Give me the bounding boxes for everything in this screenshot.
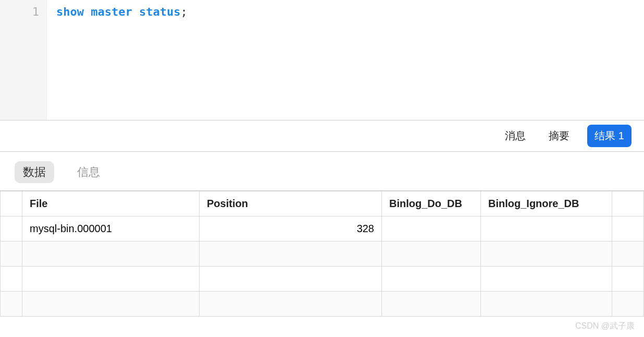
- cell-position[interactable]: 328: [200, 216, 382, 242]
- result-tab-bar: 消息 摘要 结果 1: [0, 121, 644, 152]
- table-row-empty: [1, 242, 644, 267]
- header-binlog-do-db[interactable]: Binlog_Do_DB: [382, 191, 481, 216]
- table-row[interactable]: mysql-bin.000001 328: [1, 216, 644, 242]
- keyword-status: status: [139, 5, 180, 18]
- result-table: File Position Binlog_Do_DB Binlog_Ignore…: [0, 191, 644, 317]
- header-overflow: [612, 191, 644, 216]
- header-binlog-ignore-db[interactable]: Binlog_Ignore_DB: [481, 191, 612, 216]
- row-selector-header[interactable]: [1, 191, 22, 216]
- tab-result-1[interactable]: 结果 1: [587, 125, 631, 147]
- cell-binlog-ignore-db[interactable]: [481, 216, 612, 242]
- code-content[interactable]: show master status;: [47, 0, 644, 120]
- semicolon: ;: [180, 5, 187, 18]
- keyword-master: master: [91, 5, 132, 18]
- cell-overflow: [612, 216, 644, 242]
- sub-tab-data[interactable]: 数据: [15, 161, 54, 183]
- table-row-empty: [1, 267, 644, 292]
- sub-tab-info[interactable]: 信息: [69, 161, 108, 183]
- tab-messages[interactable]: 消息: [500, 126, 531, 146]
- header-file[interactable]: File: [22, 191, 200, 216]
- cell-file[interactable]: mysql-bin.000001: [22, 216, 200, 242]
- table-header-row: File Position Binlog_Do_DB Binlog_Ignore…: [1, 191, 644, 216]
- cell-binlog-do-db[interactable]: [382, 216, 481, 242]
- row-selector-cell[interactable]: [1, 216, 22, 242]
- sql-editor[interactable]: 1 show master status;: [0, 0, 644, 120]
- header-position[interactable]: Position: [200, 191, 382, 216]
- sub-tab-bar: 数据 信息: [0, 152, 644, 190]
- result-table-wrapper: File Position Binlog_Do_DB Binlog_Ignore…: [0, 190, 644, 317]
- watermark: CSDN @武子康: [575, 321, 635, 332]
- editor-gutter: 1: [0, 0, 47, 120]
- tab-summary[interactable]: 摘要: [543, 126, 575, 146]
- keyword-show: show: [56, 5, 84, 18]
- line-number: 1: [0, 4, 39, 20]
- table-row-empty: [1, 292, 644, 317]
